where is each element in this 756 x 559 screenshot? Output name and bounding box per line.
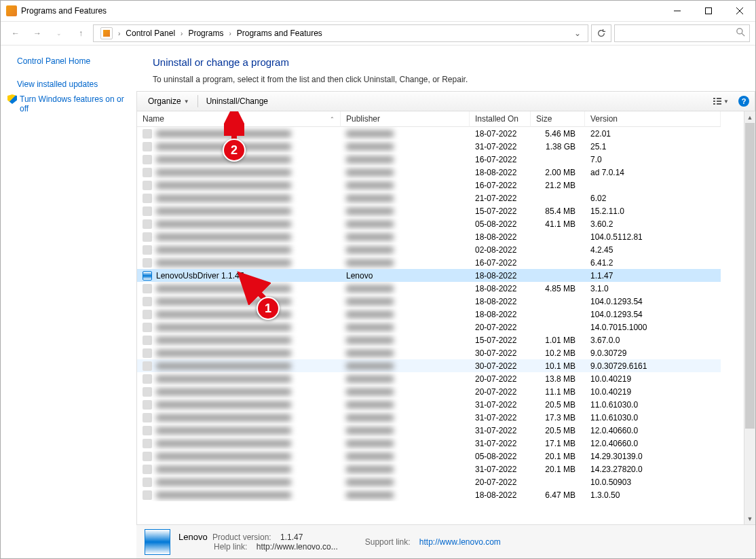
details-support-link-label: Support link: <box>365 537 411 547</box>
refresh-button[interactable] <box>591 24 611 42</box>
chevron-right-icon: › <box>117 30 121 37</box>
sidebar-link-features[interactable]: Turn Windows features on or off <box>20 94 130 113</box>
details-help-link-label: Help link: <box>214 542 247 552</box>
program-version: 3.67.0.0 <box>585 333 721 346</box>
svg-rect-10 <box>713 103 715 105</box>
back-button[interactable]: ← <box>6 24 25 43</box>
program-size: 6.47 MB <box>531 488 585 501</box>
program-installed: 20-07-2022 <box>470 385 531 398</box>
program-version: 14.23.27820.0 <box>585 463 721 475</box>
program-version: 7.0 <box>585 153 721 166</box>
col-header-version[interactable]: Version <box>585 111 721 127</box>
program-size <box>531 321 585 333</box>
program-icon <box>143 168 152 177</box>
vertical-scrollbar[interactable]: ▲ ▼ <box>744 111 755 524</box>
close-button[interactable] <box>724 1 755 21</box>
col-header-publisher[interactable]: Publisher <box>341 111 470 127</box>
program-installed: 31-07-2022 <box>470 463 531 475</box>
search-box[interactable] <box>614 24 750 42</box>
help-button[interactable]: ? <box>738 96 749 107</box>
col-header-installed[interactable]: Installed On <box>470 111 531 127</box>
program-size <box>531 256 585 269</box>
search-input[interactable] <box>619 28 736 39</box>
view-icon <box>713 96 722 106</box>
minimize-button[interactable] <box>662 1 693 21</box>
program-version: 12.0.40660.0 <box>585 424 721 437</box>
scroll-up-button[interactable]: ▲ <box>744 111 755 123</box>
program-size: 41.1 MB <box>531 217 585 230</box>
program-installed: 18-08-2022 <box>470 308 531 321</box>
program-icon <box>143 348 152 358</box>
main: Uninstall or change a program To uninsta… <box>136 46 755 558</box>
crumb-control-panel[interactable]: Control Panel <box>123 27 178 39</box>
program-installed: 15-07-2022 <box>470 204 531 217</box>
program-size: 17.1 MB <box>531 437 585 450</box>
program-version: 4.2.45 <box>585 243 721 256</box>
organize-button[interactable]: Organize ▼ <box>143 94 195 109</box>
program-size <box>531 153 585 166</box>
up-button[interactable]: ↑ <box>71 24 90 43</box>
col-header-size[interactable]: Size <box>531 111 585 127</box>
program-installed: 21-07-2022 <box>470 192 531 204</box>
program-icon <box>143 465 152 474</box>
program-version: 1.3.0.50 <box>585 488 721 501</box>
program-version: 6.41.2 <box>585 256 721 269</box>
program-icon <box>143 374 152 384</box>
program-size <box>531 230 585 243</box>
program-version: 9.0.30729 <box>585 346 721 359</box>
program-installed: 31-07-2022 <box>470 437 531 450</box>
program-version: 3.1.0 <box>585 282 721 295</box>
svg-point-4 <box>737 29 742 34</box>
details-publisher: Lenovo <box>178 532 208 542</box>
program-version: 10.0.50903 <box>585 475 721 488</box>
program-list-wrap: Name⌃ Publisher Installed On Size Versio… <box>136 111 755 524</box>
crumb-programs[interactable]: Programs <box>185 27 226 39</box>
program-installed: 18-08-2022 <box>470 166 531 179</box>
program-icon <box>143 426 152 435</box>
recent-dropdown[interactable]: ⌄ <box>50 24 69 43</box>
program-installed: 16-07-2022 <box>470 256 531 269</box>
svg-rect-7 <box>717 98 721 99</box>
program-installed: 18-08-2022 <box>470 269 531 282</box>
program-version: 3.60.2 <box>585 217 721 230</box>
shield-icon <box>7 94 17 104</box>
forward-button[interactable]: → <box>28 24 47 43</box>
view-options-button[interactable]: ▼ <box>707 94 734 109</box>
details-support-link[interactable]: http://www.lenovo.com <box>419 537 501 547</box>
program-icon <box>143 194 152 203</box>
program-size <box>531 295 585 308</box>
location-icon <box>100 27 113 39</box>
breadcrumb-dropdown[interactable]: ⌄ <box>571 29 584 38</box>
program-installed: 30-07-2022 <box>470 346 531 359</box>
sidebar-link-home[interactable]: Control Panel Home <box>7 54 130 69</box>
program-version: 12.0.40660.0 <box>585 437 721 450</box>
breadcrumb[interactable]: › Control Panel › Programs › Programs an… <box>93 24 588 42</box>
sidebar: Control Panel Home View installed update… <box>1 46 136 558</box>
program-installed: 20-07-2022 <box>470 372 531 385</box>
program-icon <box>143 336 152 345</box>
toolbar-separator <box>197 95 198 107</box>
maximize-button[interactable] <box>693 1 724 21</box>
scroll-thumb[interactable] <box>745 123 755 429</box>
program-installed: 18-08-2022 <box>470 295 531 308</box>
program-size: 20.1 MB <box>531 450 585 463</box>
program-icon <box>143 181 152 190</box>
program-icon <box>143 361 152 371</box>
program-installed: 05-08-2022 <box>470 217 531 230</box>
program-icon <box>143 477 152 487</box>
crumb-programs-and-features[interactable]: Programs and Features <box>234 27 325 39</box>
program-version <box>585 179 721 192</box>
program-installed: 31-07-2022 <box>470 140 531 153</box>
svg-rect-9 <box>717 101 721 102</box>
program-icon <box>143 206 152 216</box>
window-title: Programs and Features <box>21 6 107 16</box>
scroll-down-button[interactable]: ▼ <box>744 513 755 524</box>
program-version: 11.0.61030.0 <box>585 398 721 411</box>
program-version: 25.1 <box>585 140 721 153</box>
program-size <box>531 243 585 256</box>
program-icon <box>143 271 152 281</box>
sidebar-link-updates[interactable]: View installed updates <box>7 77 130 92</box>
program-version: 9.0.30729.6161 <box>585 359 721 372</box>
uninstall-change-button[interactable]: Uninstall/Change <box>201 94 273 109</box>
program-icon <box>143 490 152 500</box>
